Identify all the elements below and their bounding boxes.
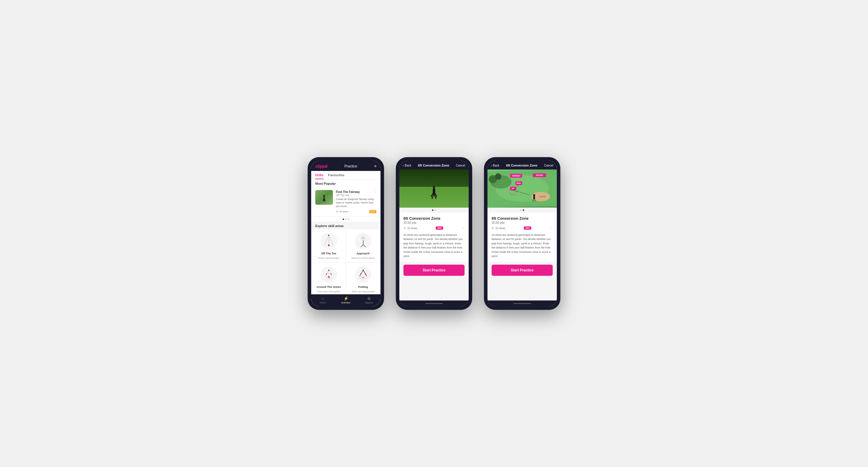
phone-2: ‹ Back 6ft Conversion Zone Cancel [396, 157, 472, 310]
most-popular-title: Most Popular [311, 179, 380, 187]
home-bar-3 [513, 303, 531, 304]
nav-activities[interactable]: ⚡ Activities [334, 296, 358, 304]
skill-putting-desc: Make and lag practice [351, 290, 374, 293]
dot-1[interactable] [343, 219, 344, 220]
atg-diagram [320, 266, 338, 283]
svg-point-19 [320, 266, 337, 283]
scroll-content: Most Popular [311, 179, 380, 294]
chevron-left-icon: ‹ [403, 164, 404, 167]
shots-count: 10 shots [339, 210, 348, 213]
ott-icon-area [320, 232, 338, 250]
shots-info: ⏱ 10 shots [336, 210, 348, 213]
drill-detail-meta-2: ⏱ 20 shots ARG ☆ [403, 226, 465, 230]
ott-diagram [320, 232, 338, 250]
back-button-3[interactable]: ‹ Back [491, 164, 499, 167]
drill-detail-content-2: 6ft Conversion Zone 10-50 yds ⏱ 20 shots… [399, 213, 469, 262]
detail-scroll-2: 6ft Conversion Zone 10-50 yds ⏱ 20 shots… [399, 169, 469, 300]
clock-icon: ⏱ [336, 210, 338, 213]
shots-badge-3: ⏱ 20 shots [492, 227, 505, 230]
hamburger-icon[interactable]: ≡ [374, 164, 376, 168]
skill-card-ott[interactable]: Off The Tee Power and accuracy [312, 229, 346, 262]
detail-header-3: ‹ Back 6ft Conversion Zone Cancel [488, 161, 557, 169]
skill-card-approach[interactable]: Approach Dial-in to hit the green [346, 229, 380, 262]
app-header: clippd Practice ≡ [311, 161, 380, 171]
fav-icon-3[interactable]: ☆ [550, 226, 553, 230]
drill-detail-content-3: 6ft Conversion Zone 10-50 yds ⏱ 20 shots… [488, 213, 557, 262]
detail-dot-1[interactable] [432, 209, 433, 211]
phone-1: clippd Practice ≡ Drills Favourites Most… [308, 157, 384, 310]
course-map-svg: SAND FAIRWAY ROUGH Hit Miss [488, 169, 557, 208]
drill-thumb-image [315, 190, 333, 205]
drill-detail-name-3: 6ft Conversion Zone [492, 216, 553, 221]
svg-point-29 [363, 277, 364, 278]
svg-rect-57 [533, 196, 535, 199]
svg-point-56 [533, 194, 535, 196]
detail-dot-3-1[interactable] [520, 209, 522, 211]
svg-point-33 [365, 273, 366, 275]
dot-3[interactable] [348, 219, 349, 220]
golf-photo [399, 169, 469, 208]
nav-capture[interactable]: ⊕ Capture [357, 296, 380, 304]
drill-description: Create an imaginary fairway using trees … [336, 198, 376, 208]
svg-point-35 [433, 186, 435, 188]
svg-text:SAND: SAND [539, 195, 546, 198]
drill-subtitle: Off The Tee [336, 194, 376, 197]
tag-ott: OTT [369, 210, 376, 213]
detail-header-2: ‹ Back 6ft Conversion Zone Cancel [399, 161, 469, 169]
drill-info: Find The Fairway Off The Tee Create an i… [336, 190, 376, 213]
shots-badge-2: ⏱ 20 shots [403, 227, 417, 230]
golfer-photo-icon [430, 186, 438, 202]
skill-card-putting[interactable]: Putting Make and lag practice [346, 263, 380, 294]
back-button-2[interactable]: ‹ Back [403, 164, 411, 167]
svg-point-15 [363, 238, 364, 238]
phone-2-screen: ‹ Back 6ft Conversion Zone Cancel [399, 161, 469, 306]
explore-title: Explore skill areas [311, 222, 380, 229]
skill-putting-name: Putting [358, 285, 368, 289]
skill-ott-name: Off The Tee [321, 252, 336, 255]
drill-detail-range-2: 10-50 yds [403, 221, 465, 224]
chevron-left-icon-3: ‹ [491, 164, 492, 167]
course-map: SAND FAIRWAY ROUGH Hit Miss [488, 169, 557, 208]
tag-arg-3: ARG [524, 227, 532, 230]
drill-detail-name-2: 6ft Conversion Zone [403, 216, 465, 221]
back-label-3: Back [493, 164, 499, 167]
phone-3: ‹ Back 6ft Conversion Zone Cancel SAND [484, 157, 560, 310]
skill-approach-desc: Dial-in to hit the green [351, 257, 374, 259]
tab-drills[interactable]: Drills [315, 173, 323, 179]
skill-approach-name: Approach [356, 252, 369, 255]
app-header-title: Practice [344, 164, 357, 168]
drill-detail-desc-3: 20 shots are randomly generated at dista… [492, 233, 553, 258]
drill-meta: ⏱ 10 shots OTT [336, 210, 376, 213]
svg-point-25 [326, 273, 327, 275]
svg-point-26 [331, 273, 332, 275]
svg-point-0 [323, 195, 325, 197]
svg-point-10 [328, 244, 330, 246]
approach-icon-area [354, 232, 372, 250]
tab-favourites[interactable]: Favourites [328, 173, 345, 179]
detail-header-title-3: 6ft Conversion Zone [506, 164, 537, 167]
skill-grid: Off The Tee Power and accuracy [311, 229, 380, 294]
nav-home[interactable]: ⌂ Home [311, 296, 334, 304]
detail-scroll-3: SAND FAIRWAY ROUGH Hit Miss [488, 169, 557, 300]
cancel-button-3[interactable]: Cancel [544, 164, 553, 167]
home-indicator-2 [399, 300, 469, 306]
svg-text:FAIRWAY: FAIRWAY [512, 175, 521, 177]
featured-drill-card[interactable]: Find The Fairway Off The Tee Create an i… [311, 187, 380, 216]
start-practice-button-3[interactable]: Start Practice [492, 265, 553, 276]
skill-card-atg[interactable]: Around The Green Hone your short game [312, 263, 346, 294]
start-practice-button-2[interactable]: Start Practice [403, 265, 465, 276]
cancel-button-2[interactable]: Cancel [456, 164, 465, 167]
detail-dot-2[interactable] [435, 209, 436, 211]
favourite-icon[interactable]: ☆ [374, 190, 377, 194]
svg-point-47 [495, 173, 501, 180]
nav-capture-label: Capture [365, 301, 373, 304]
detail-pagination-2 [399, 208, 469, 213]
svg-point-24 [328, 270, 330, 271]
drill-detail-desc-2: 20 shots are randomly generated at dista… [403, 233, 465, 258]
tag-arg-2: ARG [436, 227, 443, 230]
fav-icon-2[interactable]: ☆ [462, 226, 465, 230]
dot-2[interactable] [345, 219, 347, 220]
detail-dot-3-2[interactable] [523, 209, 524, 211]
drill-detail-range-3: 10-50 yds [492, 221, 553, 224]
svg-point-27 [355, 266, 371, 283]
